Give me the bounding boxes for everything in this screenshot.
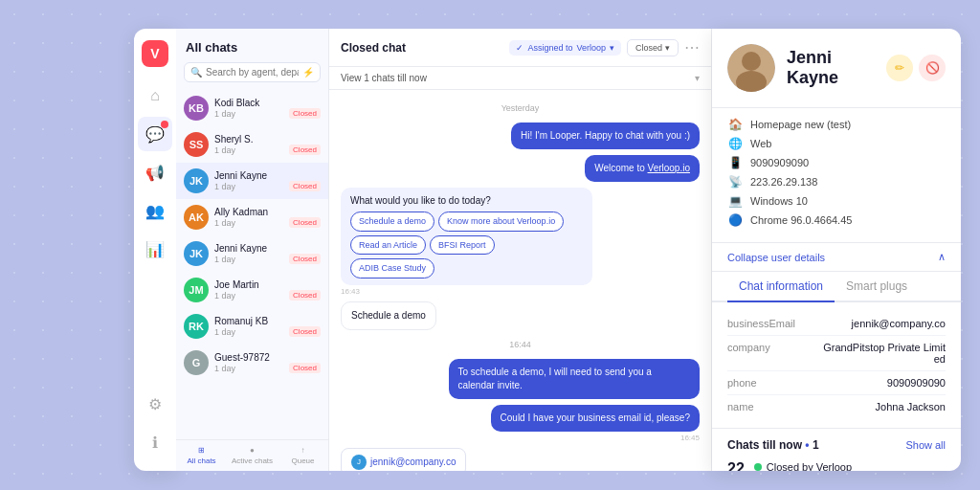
name-value: Johna Jackson: [876, 401, 946, 412]
sidebar-item-chat[interactable]: 💬: [138, 117, 172, 151]
assigned-icon: ✓: [516, 43, 523, 53]
chat-item-name: Jenni Kayne: [214, 243, 321, 254]
phone-value: 9090909090: [750, 157, 809, 168]
chat-list-item[interactable]: SS Sheryl S. 1 day Closed: [176, 126, 328, 163]
tab-active-chats[interactable]: ● Active chats: [227, 446, 278, 465]
show-all-link[interactable]: Show all: [905, 439, 946, 451]
chat-item-info: Joe Martin 1 day Closed: [214, 279, 321, 301]
chat-item-meta: 1 day Closed: [214, 254, 321, 264]
tab-queue[interactable]: ↑ Queue: [278, 446, 328, 465]
search-input[interactable]: [206, 67, 299, 78]
detail-row-ip: 📡 223.26.29.138: [727, 175, 946, 189]
assigned-badge: ✓ Assigned to Verloop ▾: [509, 40, 621, 56]
chat-list-item[interactable]: JK Jenni Kayne 1 day Closed: [176, 235, 328, 272]
icon-sidebar: V ⌂ 💬 📢 👥 📊 ⚙ ℹ: [134, 29, 176, 471]
chats-history-header: Chats till now • 1 Show all: [727, 438, 946, 452]
chat-item-info: Sheryl S. 1 day Closed: [214, 134, 321, 155]
quick-reply-btn[interactable]: Know more about Verloop.io: [438, 212, 564, 232]
chat-item-time: 1 day: [214, 145, 235, 155]
history-date: 22 Nov: [727, 461, 745, 471]
quick-replies: Schedule a demo Know more about Verloop.…: [350, 212, 583, 278]
sidebar-item-users[interactable]: 👥: [138, 193, 172, 228]
active-chats-icon: ●: [250, 446, 255, 455]
chat-item-time: 1 day: [214, 327, 235, 337]
tabs-row: Chat information Smart plugs: [712, 272, 961, 302]
status-button[interactable]: Closed ▾: [627, 39, 679, 56]
sidebar-item-megaphone[interactable]: 📢: [138, 155, 172, 189]
avatar: [727, 44, 775, 92]
message-bubble: Schedule a demo: [341, 301, 436, 330]
info-row-company: company GrandPitstop Private Limited: [727, 336, 946, 371]
os-value: Windows 10: [750, 195, 808, 207]
chat-item-name: Romanuj KB: [214, 316, 321, 326]
message-bubble: Welcome to Verloop.io: [585, 155, 700, 182]
more-options-icon[interactable]: ⋯: [684, 38, 700, 56]
message-bubble: Could I have your business email id, ple…: [491, 405, 700, 432]
detail-row-browser: 🔵 Chrome 96.0.4664.45: [727, 213, 946, 227]
alert-button[interactable]: 🚫: [919, 55, 946, 81]
edit-profile-button[interactable]: ✏: [886, 55, 913, 81]
message-row: What would you like to do today? Schedul…: [341, 188, 700, 296]
main-container: V ⌂ 💬 📢 👥 📊 ⚙ ℹ All chats 🔍 ⚡: [134, 29, 961, 471]
chat-item-info: Jenni Kayne 1 day Closed: [214, 243, 321, 264]
chat-item-meta: 1 day Closed: [214, 108, 321, 119]
app-logo[interactable]: V: [142, 40, 168, 67]
status-badge: Closed: [289, 290, 321, 301]
search-bar[interactable]: 🔍 ⚡: [184, 62, 321, 82]
closed-chat-title: Closed chat: [341, 41, 406, 55]
sidebar-item-home[interactable]: ⌂: [138, 78, 172, 113]
chat-item-meta: 1 day Closed: [214, 181, 321, 191]
detail-row-phone: 📱 9090909090: [727, 156, 946, 169]
chats-history-section: Chats till now • 1 Show all 22 Nov C: [712, 429, 961, 471]
tab-smart-plugs[interactable]: Smart plugs: [835, 272, 919, 302]
history-day: 22: [727, 461, 745, 471]
profile-info: Jenni Kayne: [787, 48, 875, 88]
sidebar-item-info[interactable]: ℹ: [138, 425, 172, 459]
sidebar-item-reports[interactable]: 📊: [138, 232, 172, 266]
chat-item-time: 1 day: [214, 364, 235, 373]
status-badge: Closed: [289, 254, 321, 264]
chat-list-item[interactable]: AK Ally Kadman 1 day Closed: [176, 199, 328, 235]
quick-reply-btn[interactable]: Schedule a demo: [350, 212, 434, 232]
chat-item-name: Sheryl S.: [214, 134, 321, 145]
tab-chat-information[interactable]: Chat information: [727, 272, 835, 302]
chat-item-name: Ally Kadman: [214, 207, 321, 217]
avatar-image: [727, 44, 775, 92]
sidebar-item-settings[interactable]: ⚙: [138, 387, 172, 421]
history-status-label: Closed by Verloop: [767, 461, 852, 471]
web-icon: 🌐: [727, 137, 743, 150]
profile-name: Jenni Kayne: [787, 48, 875, 88]
filter-icon[interactable]: ⚡: [302, 67, 314, 78]
right-panel: Jenni Kayne ✏ 🚫 🏠 Homepage new (test) 🌐 …: [712, 29, 961, 471]
chat-item-info: Jenni Kayne 1 day Closed: [214, 170, 321, 191]
avatar: JK: [184, 168, 209, 193]
assigned-chevron[interactable]: ▾: [610, 43, 614, 53]
chat-list-item[interactable]: G Guest-97872 1 day Closed: [176, 345, 328, 381]
view-bar: View 1 chats till now ▾: [329, 67, 711, 90]
detail-row-os: 💻 Windows 10: [727, 194, 946, 208]
tab-all-chats[interactable]: ⊞ All chats: [176, 446, 227, 465]
status-badge: Closed: [289, 326, 321, 337]
collapse-icon: ∧: [938, 251, 946, 263]
chat-item-meta: 1 day Closed: [214, 326, 321, 337]
status-dot: [754, 463, 762, 471]
user-details: 🏠 Homepage new (test) 🌐 Web 📱 9090909090…: [712, 108, 961, 243]
profile-icons: ✏ 🚫: [886, 55, 946, 81]
info-row-email: businessEmail jennik@company.co: [727, 312, 946, 336]
chat-item-meta: 1 day Closed: [214, 290, 321, 301]
chat-list-item[interactable]: RK Romanuj KB 1 day Closed: [176, 308, 328, 345]
chat-info-section: businessEmail jennik@company.co company …: [712, 302, 961, 429]
quick-reply-btn[interactable]: BFSI Report: [430, 235, 495, 256]
status-chevron: ▾: [665, 43, 670, 53]
search-icon: 🔍: [190, 67, 202, 78]
chat-item-name: Kodi Black: [214, 98, 321, 108]
chat-list-item[interactable]: JK Jenni Kayne 1 day Closed: [176, 163, 328, 199]
chat-list-item[interactable]: JM Joe Martin 1 day Closed: [176, 272, 328, 308]
collapse-user-details[interactable]: Collapse user details ∧: [712, 243, 961, 272]
company-label: company: [727, 342, 804, 353]
quick-reply-btn[interactable]: ADIB Case Study: [350, 258, 434, 278]
quick-reply-btn[interactable]: Read an Article: [350, 235, 426, 256]
chat-list-item[interactable]: KB Kodi Black 1 day Closed: [176, 90, 328, 126]
message-row: Hi! I'm Looper. Happy to chat with you :…: [341, 122, 700, 149]
view-chevron-icon[interactable]: ▾: [695, 73, 700, 83]
